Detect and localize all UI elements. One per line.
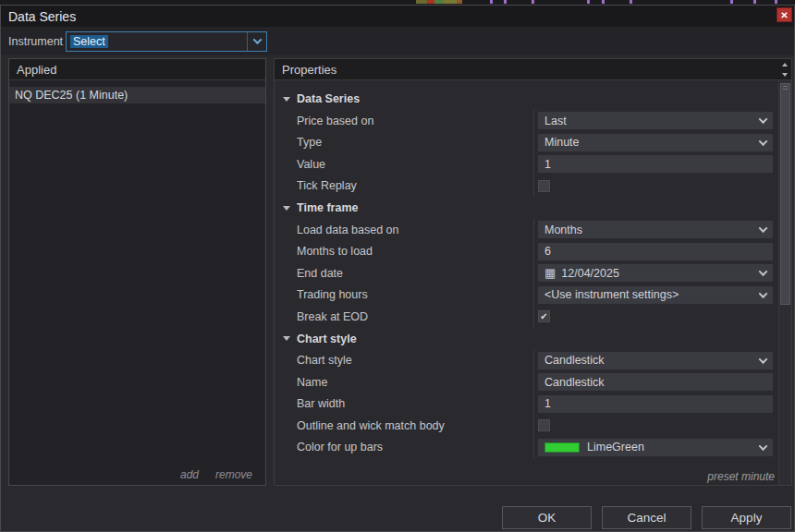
property-control: <Use instrument settings> [533, 284, 778, 307]
title-bar[interactable]: Data Series ✕ [1, 6, 794, 27]
background-tick [630, 0, 632, 4]
section-title: Chart style [297, 332, 357, 345]
applied-header-label: Applied [17, 63, 56, 77]
property-row: Months to load6 [275, 241, 778, 263]
chevron-down-icon [759, 224, 768, 233]
instrument-selected-text: Select [70, 35, 108, 48]
chevron-down-icon [759, 355, 768, 364]
screen: Data Series ✕ Instrument Select Applied … [0, 0, 795, 532]
section-header-time-frame[interactable]: Time frame [275, 197, 778, 219]
property-control: Candlestick [533, 371, 778, 393]
scrollbar-track[interactable] [778, 80, 791, 485]
preset-label: preset minute [707, 470, 775, 483]
property-value: Candlestick [544, 354, 605, 367]
property-value: Months [544, 224, 582, 236]
property-row: Value1 [275, 153, 778, 175]
property-value: LimeGreen [587, 441, 644, 453]
properties-scrollbar[interactable] [778, 59, 791, 485]
close-icon: ✕ [780, 10, 788, 20]
months-to-load-input[interactable]: 6 [538, 243, 773, 260]
property-control: ✔ [533, 306, 778, 328]
scroll-up-button[interactable] [778, 59, 791, 69]
property-value: 1 [544, 397, 551, 410]
properties-panel: Properties Data SeriesPrice based onLast… [274, 58, 792, 486]
chevron-down-icon [759, 267, 768, 276]
property-label: Color for up bars [275, 441, 533, 453]
property-row: Break at EOD✔ [275, 306, 778, 328]
property-row: TypeMinute [275, 132, 778, 154]
property-control: ▦12/04/2025 [533, 262, 778, 284]
instrument-select-button[interactable] [247, 32, 266, 51]
property-row: Tick Replay [275, 175, 778, 198]
chevron-down-icon [759, 137, 768, 146]
cancel-button[interactable]: Cancel [602, 506, 691, 529]
scrollbar-thumb[interactable] [780, 83, 790, 305]
background-tick [775, 0, 777, 4]
add-link[interactable]: add [180, 468, 199, 481]
instrument-row: Instrument Select [1, 27, 794, 55]
name-input[interactable]: Candlestick [538, 373, 773, 391]
background-candle [427, 0, 434, 4]
break-at-eod-checkbox[interactable]: ✔ [538, 310, 550, 322]
background-candle [434, 0, 444, 4]
trading-hours-dropdown[interactable]: <Use instrument settings> [538, 286, 773, 304]
scroll-down-button[interactable] [778, 69, 791, 79]
instrument-select[interactable]: Select [66, 31, 267, 52]
property-row: Price based onLast [275, 110, 778, 132]
property-label: Chart style [275, 354, 533, 367]
outline-and-wick-match-body-checkbox[interactable] [538, 419, 550, 431]
background-tick [602, 0, 605, 4]
property-row: NameCandlestick [275, 371, 778, 393]
tick-replay-checkbox[interactable] [538, 180, 550, 192]
applied-header: Applied [9, 59, 265, 80]
background-tick [490, 0, 493, 4]
ok-button[interactable]: OK [502, 506, 592, 529]
apply-button[interactable]: Apply [702, 506, 791, 529]
chart-style-dropdown[interactable]: Candlestick [538, 352, 773, 369]
background-tick [532, 0, 534, 4]
calendar-icon: ▦ [544, 267, 556, 279]
remove-link[interactable]: remove [215, 468, 252, 481]
value-input[interactable]: 1 [538, 155, 773, 173]
property-value: Minute [544, 136, 580, 149]
type-dropdown[interactable]: Minute [538, 134, 773, 151]
chevron-down-icon [252, 35, 262, 44]
property-row: Chart styleCandlestick [275, 350, 778, 372]
applied-list-item[interactable]: NQ DEC25 (1 Minute) [9, 87, 265, 103]
property-control: 6 [533, 241, 778, 263]
property-label: Load data based on [275, 224, 533, 236]
scroll-down-icon [782, 73, 788, 77]
collapse-arrow-icon [283, 97, 290, 102]
property-label: Outline and wick match body [275, 419, 533, 432]
bar-width-input[interactable]: 1 [538, 395, 773, 413]
property-label: Name [275, 376, 533, 389]
applied-list: NQ DEC25 (1 Minute) [9, 87, 265, 103]
chevron-down-icon [759, 441, 768, 451]
scrollbar-grip-icon [783, 86, 788, 91]
property-control: Months [533, 219, 778, 241]
dialog-footer: OK Cancel Apply [502, 506, 791, 529]
close-button[interactable]: ✕ [777, 7, 792, 22]
property-label: Trading hours [275, 288, 533, 301]
section-header-data-series[interactable]: Data Series [275, 88, 778, 110]
color-for-up-bars-dropdown[interactable]: LimeGreen [538, 439, 773, 456]
section-header-chart-style[interactable]: Chart style [275, 328, 778, 350]
properties-grid: Data SeriesPrice based onLastTypeMinuteV… [275, 80, 778, 468]
data-series-dialog: Data Series ✕ Instrument Select Applied … [0, 5, 795, 532]
property-row: Outline and wick match body [275, 415, 778, 437]
property-control [533, 415, 778, 437]
instrument-select-value: Select [67, 32, 247, 51]
load-data-based-on-dropdown[interactable]: Months [538, 221, 773, 238]
price-based-on-dropdown[interactable]: Last [538, 112, 773, 129]
background-tick [587, 0, 590, 4]
instrument-label: Instrument [8, 35, 66, 48]
chevron-down-icon [759, 115, 768, 124]
scroll-up-icon [782, 63, 788, 66]
end-date-dropdown[interactable]: ▦12/04/2025 [538, 264, 773, 282]
property-label: Value [275, 158, 533, 171]
background-candle [457, 0, 462, 4]
property-value: <Use instrument settings> [544, 288, 679, 301]
property-control: 1 [533, 153, 778, 175]
properties-header-label: Properties [282, 63, 336, 77]
background-tick [730, 0, 733, 4]
